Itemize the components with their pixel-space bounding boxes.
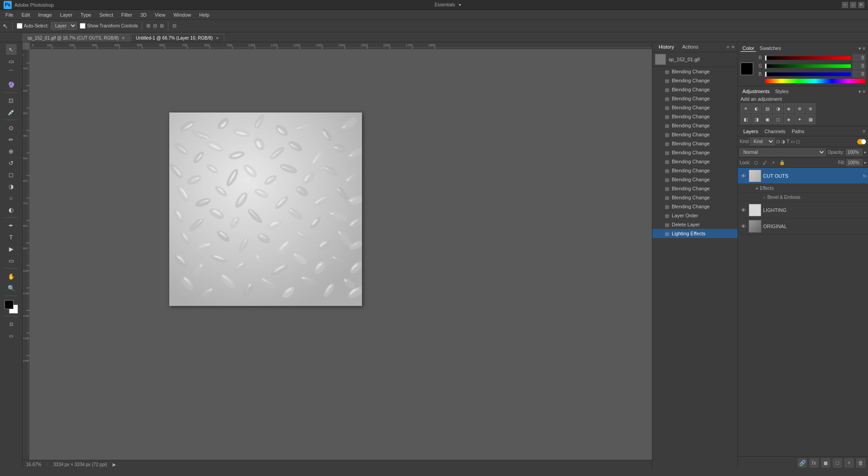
doc-tab-untitled[interactable]: Untitled-1 @ 66.7% (Layer 10, RGB/8) ✕ xyxy=(131,34,224,42)
menu-window[interactable]: Window xyxy=(170,11,194,18)
eraser-tool[interactable]: ◻ xyxy=(6,169,17,180)
opacity-input[interactable] xyxy=(846,149,862,156)
filter-pixel-icon[interactable]: ⊡ xyxy=(776,139,780,144)
adj-photofilter-btn[interactable]: ◧ xyxy=(741,114,750,124)
effects-row[interactable]: ▾ Effects xyxy=(738,184,868,193)
history-item-8[interactable]: ▤ Blending Change xyxy=(652,139,737,148)
zoom-tool[interactable]: 🔍 xyxy=(6,283,17,293)
r-value-input[interactable] xyxy=(853,54,865,61)
history-scroll[interactable]: ▤ Blending Change ▤ Blending Change ▤ Bl… xyxy=(652,67,737,469)
gradient-tool[interactable]: ◑ xyxy=(6,181,17,192)
filter-shape-icon[interactable]: ▭ xyxy=(791,139,795,144)
swatches-tab[interactable]: Swatches xyxy=(758,45,783,52)
adj-exposure-btn[interactable]: ◑ xyxy=(773,103,783,113)
distribute-icon[interactable]: ⊟ xyxy=(172,23,176,29)
adj-brightness-btn[interactable]: ☀ xyxy=(741,103,750,113)
brush-tool[interactable]: ✏ xyxy=(6,134,17,145)
workspace-selector[interactable]: Essentials xyxy=(434,2,455,7)
g-value-input[interactable] xyxy=(853,63,865,69)
adj-colorlookup-btn[interactable]: ▣ xyxy=(762,114,772,124)
filter-type-select[interactable]: Kind Name Effect xyxy=(750,138,775,145)
history-item-12[interactable]: ▤ Blending Change xyxy=(652,175,737,184)
layer-cut-outs[interactable]: 👁 CUT OUTS fx xyxy=(738,168,868,184)
menu-type[interactable]: Type xyxy=(77,11,95,18)
history-item-1[interactable]: ▤ Blending Change xyxy=(652,76,737,85)
filter-type-icon[interactable]: T xyxy=(787,139,789,144)
blur-tool[interactable]: ○ xyxy=(6,193,17,203)
hand-tool[interactable]: ✋ xyxy=(6,271,17,282)
status-arrow[interactable]: ▶ xyxy=(113,462,116,467)
adj-gradient-map-btn[interactable]: ▦ xyxy=(805,114,815,124)
eyedropper-tool[interactable]: 💉 xyxy=(6,107,17,117)
adj-levels-btn[interactable]: ◐ xyxy=(751,103,761,113)
history-item-17[interactable]: ▤ Delete Layer xyxy=(652,220,737,229)
history-item-0[interactable]: ▤ Blending Change xyxy=(652,67,737,76)
adj-invert-btn[interactable]: ◻ xyxy=(773,114,783,124)
history-item-10[interactable]: ▤ Blending Change xyxy=(652,157,737,166)
adj-channelmix-btn[interactable]: ◨ xyxy=(751,114,761,124)
lock-position-btn[interactable]: + xyxy=(770,159,777,166)
menu-view[interactable]: View xyxy=(151,11,169,18)
styles-tab[interactable]: Styles xyxy=(773,88,791,94)
show-transform-checkbox[interactable] xyxy=(80,23,86,29)
close-tab-sp152[interactable]: ✕ xyxy=(122,36,125,40)
canvas-content[interactable] xyxy=(30,49,652,469)
history-item-4[interactable]: ▤ Blending Change xyxy=(652,103,737,112)
history-item-15[interactable]: ▤ Blending Change xyxy=(652,202,737,211)
panel-close-icon[interactable]: ✕ xyxy=(731,45,735,49)
delete-layer-btn[interactable]: 🗑 xyxy=(856,458,865,467)
panel-menu-icon-color[interactable]: ≡ xyxy=(863,46,865,51)
path-select-tool[interactable]: ▶ xyxy=(6,243,17,254)
change-screen-mode[interactable]: ▭ xyxy=(6,330,17,341)
auto-select-checkbox[interactable] xyxy=(17,23,23,29)
dodge-tool[interactable]: ◐ xyxy=(6,204,17,215)
layers-menu-icon[interactable]: ≡ xyxy=(863,129,865,134)
adj-colorbalance-btn[interactable]: ⊗ xyxy=(805,103,815,113)
layer-visibility-cut-outs[interactable]: 👁 xyxy=(740,172,747,180)
lock-all-btn[interactable]: 🔒 xyxy=(778,159,786,166)
channels-tab[interactable]: Channels xyxy=(762,128,788,135)
history-item-16[interactable]: ▤ Layer Order xyxy=(652,211,737,220)
layer-original[interactable]: 👁 ORIGINAL xyxy=(738,218,868,234)
spot-heal-tool[interactable]: ⊙ xyxy=(6,122,17,133)
new-group-btn[interactable]: □ xyxy=(833,458,842,467)
maximize-button[interactable]: □ xyxy=(850,2,856,8)
history-item-5[interactable]: ▤ Blending Change xyxy=(652,112,737,121)
lock-transparent-btn[interactable]: ⬡ xyxy=(753,159,760,166)
shape-tool[interactable]: ▭ xyxy=(6,255,17,266)
adj-collapse-icon[interactable]: ▾ xyxy=(859,89,861,94)
quick-mask-mode[interactable]: ⊡ xyxy=(6,319,17,329)
panel-menu-icon[interactable]: ≡ xyxy=(727,45,729,49)
history-item-6[interactable]: ▤ Blending Change xyxy=(652,121,737,130)
history-item-7[interactable]: ▤ Blending Change xyxy=(652,130,737,139)
b-value-input[interactable] xyxy=(853,71,865,77)
crop-tool[interactable]: ⊡ xyxy=(6,95,17,106)
adj-curves-btn[interactable]: ▤ xyxy=(762,103,772,113)
color-tab[interactable]: Color xyxy=(741,45,756,52)
doc-tab-sp152[interactable]: sp_152_01.gif @ 16.7% (CUT OUTS, RGB/8) … xyxy=(23,34,130,42)
fill-input[interactable] xyxy=(846,159,863,166)
quick-select-tool[interactable]: 🔮 xyxy=(6,79,17,90)
history-snapshot[interactable]: sp_152_01.gif xyxy=(652,52,737,67)
history-item-11[interactable]: ▤ Blending Change xyxy=(652,166,737,175)
lasso-tool[interactable]: ⌒ xyxy=(6,67,17,78)
align-left-icon[interactable]: ⊞ xyxy=(146,23,150,29)
minimize-button[interactable]: ─ xyxy=(842,2,848,8)
history-tab[interactable]: History xyxy=(655,43,678,51)
menu-help[interactable]: Help xyxy=(196,11,213,18)
panel-collapse-icon[interactable]: ▾ xyxy=(859,46,861,51)
filter-toggle[interactable] xyxy=(857,139,866,144)
color-swatch[interactable] xyxy=(741,63,753,75)
layers-tab[interactable]: Layers xyxy=(741,128,761,135)
b-slider[interactable] xyxy=(765,72,851,76)
adj-threshold-btn[interactable]: ✦ xyxy=(795,114,805,124)
menu-file[interactable]: File xyxy=(2,11,17,18)
g-slider[interactable] xyxy=(765,64,851,68)
layer-fx-cut-outs[interactable]: fx xyxy=(863,174,866,178)
align-right-icon[interactable]: ⊞ xyxy=(160,23,164,29)
actions-tab[interactable]: Actions xyxy=(678,43,702,51)
close-tab-untitled[interactable]: ✕ xyxy=(216,36,219,40)
link-layers-btn[interactable]: 🔗 xyxy=(798,458,807,467)
r-slider[interactable] xyxy=(765,56,851,60)
canvas-area[interactable]: 0 100 200 300 400 500 600 700 80 xyxy=(23,42,652,469)
